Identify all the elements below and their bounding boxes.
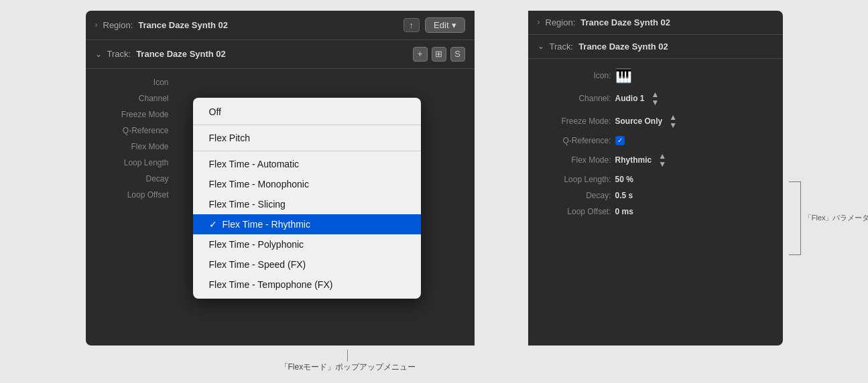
right-track-expand-icon[interactable]: ⌄: [538, 42, 544, 51]
right-field-q-reference: Q-Reference:: [528, 133, 783, 149]
right-freeze-mode-label: Freeze Mode:: [538, 117, 611, 126]
right-field-loop-offset: Loop Offset: 0 ms: [528, 204, 783, 220]
right-region-label: Region:: [546, 17, 576, 27]
annotation-vertical-line: [347, 350, 348, 362]
right-loop-offset-label: Loop Offset:: [538, 207, 611, 216]
decay-label: Decay: [95, 174, 169, 183]
field-icon: Icon: [86, 74, 475, 90]
track-expand-icon[interactable]: ⌄: [95, 50, 102, 59]
right-channel-value: Audio 1: [615, 94, 645, 103]
right-channel-label: Channel:: [538, 94, 611, 103]
dropdown-item-flex-monophonic[interactable]: ✓ Flex Time - Monophonic: [193, 174, 421, 194]
right-field-loop-length: Loop Length: 50 %: [528, 171, 783, 187]
popup-annotation-text: 「Flexモード」ポップアップメニュー: [280, 362, 416, 373]
q-reference-label: Q-Reference: [95, 126, 169, 135]
right-icon-value: 🎹: [615, 68, 632, 84]
right-region-header: › Region: Trance Daze Synth 02: [528, 11, 783, 35]
flex-params-bracket: 「Flex」パラメータ: [789, 181, 868, 255]
checkmark-flex-rhythmic: ✓: [209, 219, 217, 230]
track-label: Track:: [107, 49, 131, 59]
right-region-expand-icon[interactable]: ›: [538, 17, 540, 27]
right-panel-container: › Region: Trance Daze Synth 02 ⌄ Track: …: [501, 11, 783, 346]
flex-mode-dropdown[interactable]: ✓ Off ✓ Flex Pitch ✓ Flex Time - Automat…: [193, 98, 421, 299]
right-field-flex-mode: Flex Mode: Rhythmic ▲▼: [528, 149, 783, 171]
popup-annotation: 「Flexモード」ポップアップメニュー: [280, 350, 416, 373]
left-region-header: › Region: Trance Daze Synth 02 ↑ Edit ▾: [86, 11, 475, 40]
track-value: Trance Daze Synth 02: [136, 49, 226, 59]
add-button[interactable]: +: [413, 47, 428, 62]
dropdown-item-flex-automatic[interactable]: ✓ Flex Time - Automatic: [193, 154, 421, 174]
loop-offset-label: Loop Offset: [95, 190, 169, 200]
s-button[interactable]: S: [450, 47, 465, 62]
flex-mode-stepper[interactable]: ▲▼: [658, 152, 666, 168]
region-expand-icon[interactable]: ›: [95, 20, 98, 29]
right-field-freeze-mode: Freeze Mode: Source Only ▲▼: [528, 110, 783, 133]
left-panel: › Region: Trance Daze Synth 02 ↑ Edit ▾ …: [86, 11, 475, 346]
right-decay-value: 0.5 s: [615, 191, 633, 200]
right-field-channel: Channel: Audio 1 ▲▼: [528, 87, 783, 110]
right-field-decay: Decay: 0.5 s: [528, 187, 783, 204]
right-q-reference-label: Q-Reference:: [538, 136, 611, 145]
header-actions: ↑ Edit ▾: [404, 17, 465, 33]
left-track-header: ⌄ Track: Trance Daze Synth 02 + ⊞ S: [86, 40, 475, 69]
icon-label: Icon: [95, 78, 169, 87]
separator-1: [193, 125, 421, 125]
dropdown-item-flex-rhythmic[interactable]: ✓ Flex Time - Rhythmic: [193, 214, 421, 234]
right-loop-length-label: Loop Length:: [538, 175, 611, 184]
right-flex-mode-value: Rhythmic: [615, 155, 652, 165]
right-icon-label: Icon:: [538, 71, 611, 80]
freeze-mode-label: Freeze Mode: [95, 110, 169, 119]
edit-button[interactable]: Edit ▾: [425, 17, 464, 33]
channel-stepper[interactable]: ▲▼: [652, 90, 660, 106]
right-track-header: ⌄ Track: Trance Daze Synth 02: [528, 35, 783, 59]
flex-params-label: 「Flex」パラメータ: [804, 213, 868, 223]
bracket-line: [789, 181, 801, 255]
channel-label: Channel: [95, 94, 169, 103]
dropdown-item-flex-speed[interactable]: ✓ Flex Time - Speed (FX): [193, 254, 421, 275]
right-decay-label: Decay:: [538, 191, 611, 200]
right-track-value: Trance Daze Synth 02: [578, 42, 668, 52]
right-loop-offset-value: 0 ms: [615, 207, 633, 216]
q-reference-checkbox[interactable]: [615, 136, 625, 145]
dropdown-item-flex-tempophone[interactable]: ✓ Flex Time - Tempophone (FX): [193, 275, 421, 295]
up-arrow-button[interactable]: ↑: [404, 18, 420, 32]
region-value: Trance Daze Synth 02: [138, 20, 228, 30]
right-panel-fields: Icon: 🎹 Channel: Audio 1 ▲▼ Freeze Mode:: [528, 59, 783, 225]
freeze-mode-stepper[interactable]: ▲▼: [669, 113, 677, 129]
dropdown-item-flex-pitch[interactable]: ✓ Flex Pitch: [193, 128, 421, 148]
dropdown-item-flex-polyphonic[interactable]: ✓ Flex Time - Polyphonic: [193, 234, 421, 254]
region-label: Region:: [103, 20, 133, 30]
right-loop-length-value: 50 %: [615, 175, 633, 184]
right-track-label: Track:: [550, 42, 574, 52]
right-flex-mode-label: Flex Mode:: [538, 155, 611, 165]
right-panel: › Region: Trance Daze Synth 02 ⌄ Track: …: [528, 11, 783, 346]
right-region-value: Trance Daze Synth 02: [580, 17, 670, 27]
loop-length-label: Loop Length: [95, 158, 169, 167]
dropdown-item-off[interactable]: ✓ Off: [193, 102, 421, 122]
separator-2: [193, 151, 421, 151]
flex-mode-label: Flex Mode: [95, 142, 169, 151]
copy-button[interactable]: ⊞: [432, 47, 446, 62]
right-field-icon: Icon: 🎹: [528, 64, 783, 87]
dropdown-item-flex-slicing[interactable]: ✓ Flex Time - Slicing: [193, 194, 421, 214]
track-buttons: + ⊞ S: [413, 47, 465, 62]
right-freeze-mode-value: Source Only: [615, 117, 663, 126]
